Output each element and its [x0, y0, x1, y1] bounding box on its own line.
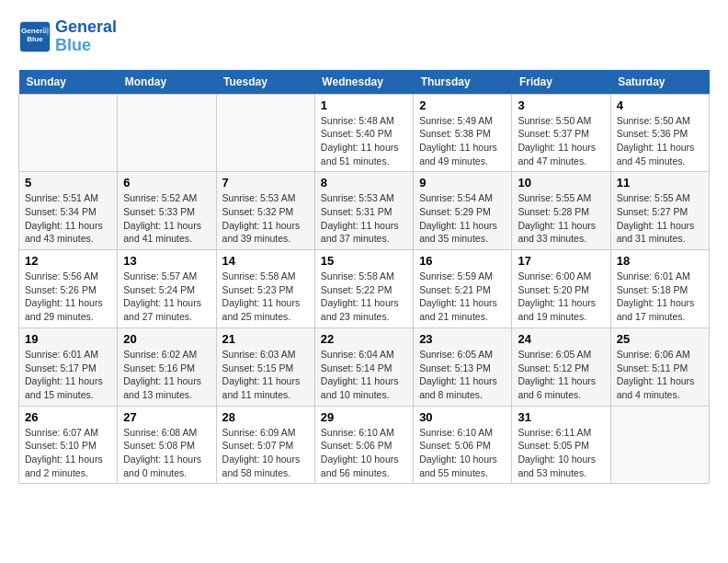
day-info: Sunrise: 5:54 AM Sunset: 5:29 PM Dayligh… [419, 191, 506, 246]
day-number: 29 [321, 410, 407, 424]
day-number: 20 [123, 332, 210, 346]
calendar-cell: 28Sunrise: 6:09 AM Sunset: 5:07 PM Dayli… [216, 406, 314, 484]
logo: General Blue GeneralBlue [18, 18, 117, 55]
calendar-cell: 20Sunrise: 6:02 AM Sunset: 5:16 PM Dayli… [118, 327, 216, 406]
calendar-cell: 14Sunrise: 5:58 AM Sunset: 5:23 PM Dayli… [216, 250, 314, 328]
day-info: Sunrise: 6:01 AM Sunset: 5:18 PM Dayligh… [617, 270, 703, 324]
day-info: Sunrise: 5:48 AM Sunset: 5:40 PM Dayligh… [321, 114, 407, 168]
day-number: 7 [222, 176, 309, 190]
calendar-cell: 19Sunrise: 6:01 AM Sunset: 5:17 PM Dayli… [19, 327, 118, 406]
day-info: Sunrise: 5:50 AM Sunset: 5:37 PM Dayligh… [518, 114, 604, 168]
day-number: 12 [25, 254, 111, 268]
day-number: 18 [617, 254, 703, 268]
day-info: Sunrise: 5:55 AM Sunset: 5:28 PM Dayligh… [518, 191, 604, 246]
svg-text:Blue: Blue [27, 35, 43, 43]
calendar-cell: 17Sunrise: 6:00 AM Sunset: 5:20 PM Dayli… [512, 250, 610, 328]
column-header-sunday: Sunday [19, 70, 118, 95]
calendar-week-row: 19Sunrise: 6:01 AM Sunset: 5:17 PM Dayli… [19, 327, 710, 406]
calendar-week-row: 1Sunrise: 5:48 AM Sunset: 5:40 PM Daylig… [19, 94, 710, 172]
calendar-cell: 12Sunrise: 5:56 AM Sunset: 5:26 PM Dayli… [19, 250, 118, 328]
column-header-friday: Friday [512, 70, 610, 95]
calendar-week-row: 12Sunrise: 5:56 AM Sunset: 5:26 PM Dayli… [19, 250, 710, 328]
day-number: 27 [123, 410, 210, 424]
day-number: 19 [25, 332, 111, 346]
day-number: 21 [222, 332, 309, 346]
day-info: Sunrise: 6:05 AM Sunset: 5:13 PM Dayligh… [419, 348, 506, 402]
calendar-cell: 9Sunrise: 5:54 AM Sunset: 5:29 PM Daylig… [414, 172, 512, 250]
calendar-cell: 3Sunrise: 5:50 AM Sunset: 5:37 PM Daylig… [512, 94, 610, 172]
calendar-cell [118, 94, 216, 172]
day-info: Sunrise: 5:53 AM Sunset: 5:31 PM Dayligh… [321, 191, 407, 246]
page-header: General Blue GeneralBlue [18, 18, 710, 55]
day-info: Sunrise: 5:55 AM Sunset: 5:27 PM Dayligh… [617, 191, 703, 246]
day-number: 17 [518, 254, 604, 268]
day-info: Sunrise: 6:10 AM Sunset: 5:06 PM Dayligh… [419, 426, 506, 480]
calendar-cell [216, 94, 314, 172]
day-number: 16 [419, 254, 506, 268]
day-number: 24 [518, 332, 604, 346]
logo-icon: General Blue [18, 20, 51, 53]
calendar-cell: 22Sunrise: 6:04 AM Sunset: 5:14 PM Dayli… [314, 327, 413, 406]
day-number: 28 [222, 410, 309, 424]
day-number: 31 [518, 410, 604, 424]
day-number: 6 [123, 176, 210, 190]
day-info: Sunrise: 6:01 AM Sunset: 5:17 PM Dayligh… [25, 348, 111, 402]
day-number: 2 [419, 98, 506, 112]
day-info: Sunrise: 5:58 AM Sunset: 5:22 PM Dayligh… [321, 270, 407, 324]
day-info: Sunrise: 5:51 AM Sunset: 5:34 PM Dayligh… [25, 191, 111, 246]
calendar-week-row: 5Sunrise: 5:51 AM Sunset: 5:34 PM Daylig… [19, 172, 710, 250]
calendar-week-row: 26Sunrise: 6:07 AM Sunset: 5:10 PM Dayli… [19, 406, 710, 484]
day-info: Sunrise: 6:00 AM Sunset: 5:20 PM Dayligh… [518, 270, 604, 324]
calendar-cell: 2Sunrise: 5:49 AM Sunset: 5:38 PM Daylig… [414, 94, 512, 172]
calendar-table: SundayMondayTuesdayWednesdayThursdayFrid… [18, 70, 710, 485]
day-info: Sunrise: 6:03 AM Sunset: 5:15 PM Dayligh… [222, 348, 309, 402]
day-number: 5 [25, 176, 111, 190]
day-number: 11 [617, 176, 703, 190]
day-number: 26 [25, 410, 111, 424]
calendar-cell [19, 94, 118, 172]
day-info: Sunrise: 5:58 AM Sunset: 5:23 PM Dayligh… [222, 270, 309, 324]
calendar-cell: 31Sunrise: 6:11 AM Sunset: 5:05 PM Dayli… [512, 406, 610, 484]
day-number: 25 [617, 332, 703, 346]
day-info: Sunrise: 6:04 AM Sunset: 5:14 PM Dayligh… [321, 348, 407, 402]
column-header-tuesday: Tuesday [216, 70, 314, 95]
day-info: Sunrise: 5:52 AM Sunset: 5:33 PM Dayligh… [123, 191, 210, 246]
day-number: 9 [419, 176, 506, 190]
logo-text: GeneralBlue [55, 18, 117, 55]
calendar-cell: 27Sunrise: 6:08 AM Sunset: 5:08 PM Dayli… [118, 406, 216, 484]
day-info: Sunrise: 5:50 AM Sunset: 5:36 PM Dayligh… [617, 114, 703, 168]
calendar-cell: 13Sunrise: 5:57 AM Sunset: 5:24 PM Dayli… [118, 250, 216, 328]
calendar-cell: 5Sunrise: 5:51 AM Sunset: 5:34 PM Daylig… [19, 172, 118, 250]
day-number: 1 [321, 98, 407, 112]
day-info: Sunrise: 5:57 AM Sunset: 5:24 PM Dayligh… [123, 270, 210, 324]
day-number: 10 [518, 176, 604, 190]
calendar-cell: 16Sunrise: 5:59 AM Sunset: 5:21 PM Dayli… [414, 250, 512, 328]
day-number: 8 [321, 176, 407, 190]
day-info: Sunrise: 5:53 AM Sunset: 5:32 PM Dayligh… [222, 191, 309, 246]
day-info: Sunrise: 6:09 AM Sunset: 5:07 PM Dayligh… [222, 426, 309, 480]
day-info: Sunrise: 6:11 AM Sunset: 5:05 PM Dayligh… [518, 426, 604, 480]
day-number: 15 [321, 254, 407, 268]
calendar-cell: 1Sunrise: 5:48 AM Sunset: 5:40 PM Daylig… [314, 94, 413, 172]
day-number: 4 [617, 98, 703, 112]
calendar-cell: 23Sunrise: 6:05 AM Sunset: 5:13 PM Dayli… [414, 327, 512, 406]
day-number: 22 [321, 332, 407, 346]
calendar-cell: 29Sunrise: 6:10 AM Sunset: 5:06 PM Dayli… [314, 406, 413, 484]
calendar-cell: 4Sunrise: 5:50 AM Sunset: 5:36 PM Daylig… [610, 94, 709, 172]
calendar-cell: 10Sunrise: 5:55 AM Sunset: 5:28 PM Dayli… [512, 172, 610, 250]
calendar-cell: 21Sunrise: 6:03 AM Sunset: 5:15 PM Dayli… [216, 327, 314, 406]
calendar-cell: 24Sunrise: 6:05 AM Sunset: 5:12 PM Dayli… [512, 327, 610, 406]
calendar-header-row: SundayMondayTuesdayWednesdayThursdayFrid… [19, 70, 710, 95]
column-header-monday: Monday [118, 70, 216, 95]
day-number: 23 [419, 332, 506, 346]
day-number: 13 [123, 254, 210, 268]
day-info: Sunrise: 6:10 AM Sunset: 5:06 PM Dayligh… [321, 426, 407, 480]
day-info: Sunrise: 6:06 AM Sunset: 5:11 PM Dayligh… [617, 348, 703, 402]
column-header-wednesday: Wednesday [314, 70, 413, 95]
calendar-cell: 6Sunrise: 5:52 AM Sunset: 5:33 PM Daylig… [118, 172, 216, 250]
calendar-cell: 30Sunrise: 6:10 AM Sunset: 5:06 PM Dayli… [414, 406, 512, 484]
calendar-cell: 18Sunrise: 6:01 AM Sunset: 5:18 PM Dayli… [610, 250, 709, 328]
day-info: Sunrise: 5:56 AM Sunset: 5:26 PM Dayligh… [25, 270, 111, 324]
day-info: Sunrise: 6:05 AM Sunset: 5:12 PM Dayligh… [518, 348, 604, 402]
calendar-cell: 11Sunrise: 5:55 AM Sunset: 5:27 PM Dayli… [610, 172, 709, 250]
